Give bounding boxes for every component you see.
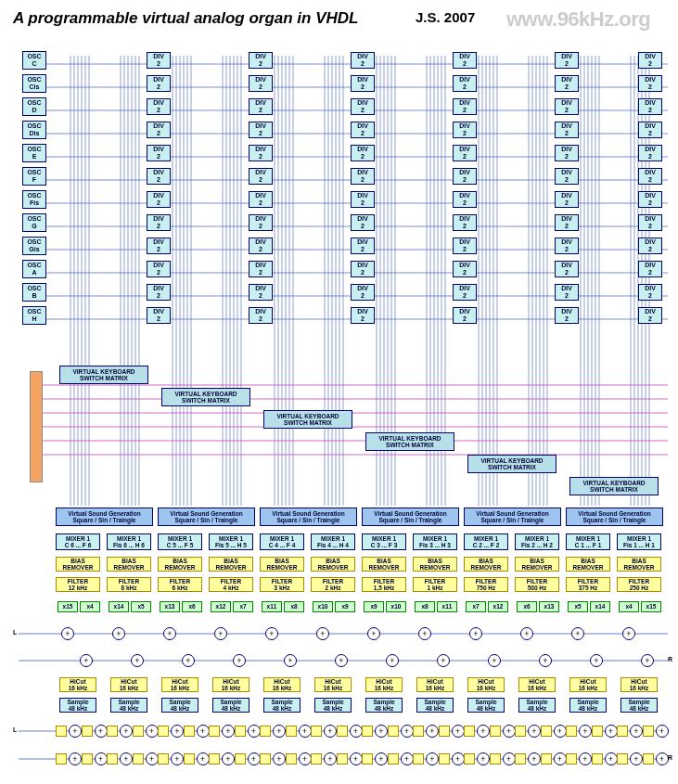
chain-sum-l-6: + <box>222 725 235 738</box>
div-1-3: DIV2 <box>249 122 273 138</box>
mult-3-b: x7 <box>233 601 253 612</box>
div-3-1: DIV2 <box>453 75 477 92</box>
chain-sq-r-14 <box>413 753 424 765</box>
chain-sum-r-22: + <box>630 752 643 765</box>
vsg-4: Virtual Sound GenerationSquare / Sin / T… <box>464 508 561 526</box>
chain-sq-r-10 <box>311 753 322 765</box>
div-0-7: DIV2 <box>147 214 171 231</box>
filter-8: FILTER750 Hz <box>464 577 508 592</box>
osc-5: OSCF <box>22 167 46 186</box>
chain-sum-l-8: + <box>273 725 286 738</box>
vsg-1: Virtual Sound GenerationSquare / Sin / T… <box>158 508 255 526</box>
chain-sq-l-0 <box>56 726 67 737</box>
sample-2-a: Sample48 kHz <box>263 698 301 713</box>
bias-4-a: BIASREMOVER <box>464 557 508 572</box>
vkm-1: VIRTUAL KEYBOARDSWITCH MATRIX <box>161 388 250 406</box>
chain-sum-r-18: + <box>528 752 541 765</box>
div-4-3: DIV2 <box>555 122 579 138</box>
chain-sq-l-14 <box>413 726 424 737</box>
vsg-0: Virtual Sound GenerationSquare / Sin / T… <box>56 508 153 526</box>
chain-sq-l-13 <box>388 726 399 737</box>
chain-sq-r-22 <box>617 753 628 765</box>
mult-4-a: x11 <box>262 601 282 612</box>
mixer-0-b: MIXER 1Fis 6 ... H 6 <box>107 533 151 550</box>
sum-l-4-a: + <box>469 627 482 640</box>
chain-sum-r-7: + <box>248 752 261 765</box>
chain-sum-r-17: + <box>503 752 516 765</box>
hicut-0-b: HiCut16 kHz <box>110 677 147 692</box>
mult-2-b: x6 <box>182 601 202 612</box>
chain-sum-r-21: + <box>605 752 618 765</box>
div-5-0: DIV2 <box>638 52 662 69</box>
sum-r-3-b: + <box>437 654 450 667</box>
filter-7: FILTER1 kHz <box>413 577 457 592</box>
mult-9-b: x13 <box>539 601 559 612</box>
sum-r-0-a: + <box>80 654 93 667</box>
sample-0-b: Sample48 kHz <box>110 698 147 713</box>
mult-4-b: x8 <box>284 601 304 612</box>
div-3-9: DIV2 <box>453 261 477 277</box>
sum-r-5-b: + <box>641 654 654 667</box>
chain-sq-l-2 <box>107 726 118 737</box>
hicut-3-b: HiCut16 kHz <box>416 677 454 692</box>
chain-sum-r-9: + <box>299 752 312 765</box>
div-3-4: DIV2 <box>453 145 477 161</box>
chain-sum-l-22: + <box>630 725 643 738</box>
chain-sq-r-7 <box>235 753 246 765</box>
sum-r-5-a: + <box>590 654 603 667</box>
chain-sq-l-15 <box>439 726 450 737</box>
hicut-5-b: HiCut16 kHz <box>620 677 658 692</box>
filter-4: FILTER3 kHz <box>260 577 304 592</box>
div-1-2: DIV2 <box>249 98 273 115</box>
bias-2-a: BIASREMOVER <box>260 557 304 572</box>
chain-sq-l-11 <box>337 726 348 737</box>
chain-sq-l-6 <box>209 726 220 737</box>
div-3-11: DIV2 <box>453 307 477 324</box>
filter-5: FILTER2 kHz <box>311 577 355 592</box>
vkm-0: VIRTUAL KEYBOARDSWITCH MATRIX <box>59 366 148 384</box>
mixer-4-b: MIXER 1Fis 2 ... H 2 <box>515 533 559 550</box>
chain-sq-l-19 <box>541 726 552 737</box>
div-0-10: DIV2 <box>147 284 171 301</box>
control-bar <box>30 371 43 482</box>
chain-sq-r-5 <box>184 753 195 765</box>
div-1-11: DIV2 <box>249 307 273 324</box>
mult-0-b: x4 <box>80 601 100 612</box>
osc-9: OSCA <box>22 260 46 278</box>
chain-sq-r-8 <box>260 753 271 765</box>
mult-6-a: x9 <box>364 601 384 612</box>
chain-sq-r-19 <box>541 753 552 765</box>
bias-3-a: BIASREMOVER <box>362 557 406 572</box>
filter-9: FILTER500 Hz <box>515 577 559 592</box>
sample-4-b: Sample48 kHz <box>518 698 556 713</box>
sum-r-1-a: + <box>182 654 195 667</box>
sum-l-2-b: + <box>316 627 329 640</box>
bias-0-b: BIASREMOVER <box>107 557 151 572</box>
div-3-7: DIV2 <box>453 214 477 231</box>
chain-sum-l-11: + <box>350 725 363 738</box>
vsg-2: Virtual Sound GenerationSquare / Sin / T… <box>260 508 357 526</box>
mixer-4-a: MIXER 1C 2 ... F 2 <box>464 533 508 550</box>
hicut-4-a: HiCut16 kHz <box>467 677 505 692</box>
hicut-1-a: HiCut16 kHz <box>161 677 198 692</box>
chain-sum-r-19: + <box>554 752 567 765</box>
div-1-0: DIV2 <box>249 52 273 69</box>
mixer-1-a: MIXER 1C 5 ... F 5 <box>158 533 202 550</box>
hicut-0-a: HiCut16 kHz <box>59 677 96 692</box>
chain-sum-r-2: + <box>120 752 133 765</box>
sum-l-0-a: + <box>61 627 74 640</box>
mult-11-b: x15 <box>641 601 661 612</box>
mixer-2-b: MIXER 1Fis 4 ... H 4 <box>311 533 355 550</box>
chain-sum-r-11: + <box>350 752 363 765</box>
div-4-1: DIV2 <box>555 75 579 92</box>
chain-sum-r-6: + <box>222 752 235 765</box>
div-1-4: DIV2 <box>249 145 273 161</box>
bias-5-a: BIASREMOVER <box>566 557 610 572</box>
chain-sq-l-9 <box>286 726 297 737</box>
osc-2: OSCD <box>22 97 46 116</box>
osc-4: OSCE <box>22 144 46 162</box>
osc-10: OSCB <box>22 283 46 302</box>
mixer-5-a: MIXER 1C 1 ... F 1 <box>566 533 610 550</box>
div-1-7: DIV2 <box>249 214 273 231</box>
div-3-5: DIV2 <box>453 168 477 185</box>
